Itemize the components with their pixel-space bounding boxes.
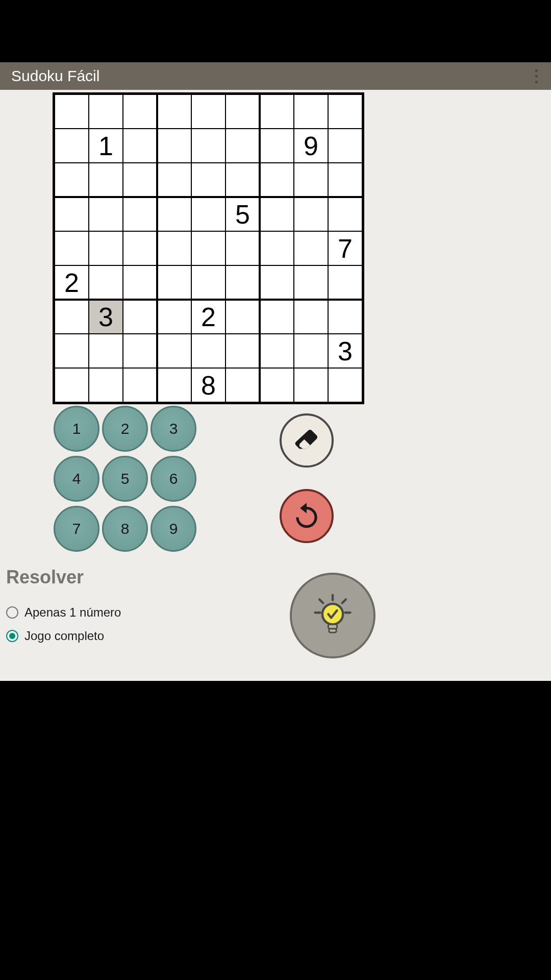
sudoku-cell[interactable] [328, 129, 362, 163]
sudoku-cell[interactable] [260, 129, 294, 163]
sudoku-cell[interactable] [260, 231, 294, 265]
sudoku-cell[interactable] [123, 197, 157, 231]
sudoku-cell[interactable] [157, 197, 191, 231]
sudoku-cell[interactable] [157, 265, 191, 300]
sudoku-cell[interactable] [123, 265, 157, 300]
sudoku-cell[interactable] [226, 368, 260, 402]
sudoku-cell[interactable] [191, 265, 226, 300]
hint-button[interactable] [290, 573, 375, 658]
sudoku-cell[interactable] [260, 300, 294, 334]
numkey-8[interactable]: 8 [102, 506, 148, 552]
sudoku-cell[interactable]: 3 [89, 300, 123, 334]
sudoku-cell[interactable] [123, 163, 157, 197]
erase-button[interactable] [280, 413, 334, 468]
radio-option-full-game[interactable]: Jogo completo [6, 629, 121, 643]
sudoku-cell[interactable]: 7 [328, 231, 362, 265]
sudoku-cell[interactable] [260, 94, 294, 129]
numkey-5[interactable]: 5 [102, 456, 148, 502]
sudoku-cell[interactable]: 5 [226, 197, 260, 231]
radio-label: Apenas 1 número [24, 605, 121, 620]
sudoku-cell[interactable] [294, 368, 328, 402]
sudoku-cell[interactable] [226, 300, 260, 334]
sudoku-cell[interactable] [89, 368, 123, 402]
numkey-4[interactable]: 4 [54, 456, 99, 502]
sudoku-cell[interactable]: 1 [89, 129, 123, 163]
sudoku-cell[interactable] [157, 334, 191, 368]
sudoku-cell[interactable] [294, 163, 328, 197]
sudoku-cell[interactable] [226, 334, 260, 368]
tool-column [280, 413, 334, 543]
sudoku-cell[interactable] [123, 94, 157, 129]
resolver-section: Resolver Apenas 1 número Jogo completo [6, 567, 121, 652]
numkey-9[interactable]: 9 [151, 506, 196, 552]
more-vertical-icon[interactable] [535, 69, 540, 83]
sudoku-cell[interactable] [55, 197, 89, 231]
sudoku-cell[interactable] [328, 163, 362, 197]
sudoku-cell[interactable] [191, 231, 226, 265]
sudoku-cell[interactable] [89, 163, 123, 197]
sudoku-cell[interactable] [260, 368, 294, 402]
sudoku-cell[interactable]: 9 [294, 129, 328, 163]
sudoku-cell[interactable] [226, 129, 260, 163]
sudoku-cell[interactable] [226, 265, 260, 300]
sudoku-cell[interactable] [55, 163, 89, 197]
sudoku-cell[interactable] [55, 368, 89, 402]
sudoku-cell[interactable] [123, 300, 157, 334]
sudoku-cell[interactable] [89, 231, 123, 265]
sudoku-cell[interactable] [294, 265, 328, 300]
radio-option-single-number[interactable]: Apenas 1 número [6, 605, 121, 620]
sudoku-cell[interactable] [328, 300, 362, 334]
sudoku-cell[interactable] [191, 163, 226, 197]
sudoku-cell[interactable] [226, 94, 260, 129]
numkey-3[interactable]: 3 [151, 406, 196, 452]
sudoku-cell[interactable] [191, 197, 226, 231]
sudoku-cell[interactable] [260, 265, 294, 300]
sudoku-cell[interactable] [123, 334, 157, 368]
sudoku-cell[interactable] [328, 368, 362, 402]
undo-button[interactable] [280, 489, 334, 543]
sudoku-cell[interactable] [123, 368, 157, 402]
sudoku-cell[interactable] [260, 197, 294, 231]
sudoku-cell[interactable] [157, 163, 191, 197]
sudoku-cell[interactable] [157, 368, 191, 402]
numkey-6[interactable]: 6 [151, 456, 196, 502]
sudoku-cell[interactable] [294, 334, 328, 368]
sudoku-cell[interactable] [294, 231, 328, 265]
sudoku-cell[interactable] [89, 265, 123, 300]
sudoku-cell[interactable] [294, 94, 328, 129]
sudoku-cell[interactable] [191, 94, 226, 129]
sudoku-cell[interactable] [328, 265, 362, 300]
sudoku-cell[interactable] [123, 231, 157, 265]
sudoku-cell[interactable] [157, 129, 191, 163]
sudoku-cell[interactable] [157, 300, 191, 334]
sudoku-cell[interactable]: 2 [55, 265, 89, 300]
sudoku-cell[interactable] [191, 129, 226, 163]
numkey-7[interactable]: 7 [54, 506, 99, 552]
sudoku-cell[interactable]: 2 [191, 300, 226, 334]
sudoku-cell[interactable] [260, 163, 294, 197]
sudoku-cell[interactable] [55, 334, 89, 368]
numkey-1[interactable]: 1 [54, 406, 99, 452]
sudoku-cell[interactable] [157, 94, 191, 129]
sudoku-cell[interactable] [226, 163, 260, 197]
svg-rect-7 [329, 629, 336, 632]
sudoku-cell[interactable] [55, 129, 89, 163]
sudoku-cell[interactable] [55, 300, 89, 334]
sudoku-cell[interactable] [294, 197, 328, 231]
sudoku-cell[interactable] [89, 94, 123, 129]
sudoku-cell[interactable]: 3 [328, 334, 362, 368]
sudoku-cell[interactable] [226, 231, 260, 265]
sudoku-cell[interactable] [89, 197, 123, 231]
sudoku-cell[interactable] [191, 334, 226, 368]
sudoku-cell[interactable] [89, 334, 123, 368]
numkey-2[interactable]: 2 [102, 406, 148, 452]
sudoku-cell[interactable]: 8 [191, 368, 226, 402]
sudoku-cell[interactable] [294, 300, 328, 334]
sudoku-cell[interactable] [328, 197, 362, 231]
sudoku-cell[interactable] [328, 94, 362, 129]
sudoku-cell[interactable] [123, 129, 157, 163]
sudoku-cell[interactable] [260, 334, 294, 368]
sudoku-cell[interactable] [157, 231, 191, 265]
sudoku-cell[interactable] [55, 231, 89, 265]
sudoku-cell[interactable] [55, 94, 89, 129]
